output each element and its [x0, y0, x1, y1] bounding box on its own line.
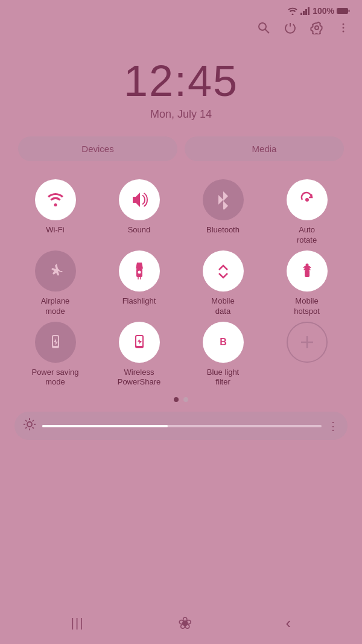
pagination-dots [0, 394, 362, 409]
svg-point-28 [27, 422, 32, 427]
wifi-label: Wi-Fi [46, 225, 64, 235]
wifi-status-icon [287, 7, 298, 15]
svg-point-14 [305, 198, 309, 202]
brightness-row[interactable]: ⋮ [14, 412, 348, 440]
svg-rect-17 [305, 270, 310, 277]
svg-line-9 [265, 30, 270, 34]
qs-bluetooth[interactable]: Bluetooth [182, 179, 264, 246]
svg-rect-7 [349, 10, 350, 12]
flashlight-label: Flashlight [122, 296, 156, 307]
more-icon[interactable] [337, 21, 350, 38]
wirelesspowershare-icon-circle [119, 322, 160, 363]
brightness-fill [42, 425, 168, 427]
nav-home[interactable]: ❀ [178, 613, 192, 633]
qs-flashlight[interactable]: Flashlight [98, 250, 180, 317]
qs-airplane[interactable]: Airplanemode [14, 250, 96, 317]
svg-point-10 [315, 26, 319, 30]
qs-autorotate[interactable]: Autorotate [266, 179, 348, 246]
wifi-icon-circle [35, 179, 76, 220]
svg-rect-0 [300, 13, 302, 15]
mobilehotspot-label: Mobilehotspot [294, 296, 320, 317]
tab-devices[interactable]: Devices [18, 136, 177, 161]
status-bar: 100% [0, 0, 362, 19]
clock-area: 12:45 Mon, July 14 [0, 44, 362, 130]
flashlight-icon-circle [119, 250, 160, 292]
action-bar [0, 19, 362, 44]
airplane-label: Airplanemode [41, 296, 70, 317]
clock-date: Mon, July 14 [0, 108, 362, 121]
svg-text:B: B [220, 337, 227, 347]
autorotate-icon-circle [287, 179, 328, 220]
mobiledata-icon-circle [203, 250, 244, 292]
nav-back[interactable]: ‹ [286, 614, 291, 633]
svg-point-8 [259, 23, 266, 30]
wirelesspowershare-label: WirelessPowerShare [118, 368, 161, 388]
tabs-row: Devices Media [0, 130, 362, 173]
quick-settings-grid: Wi-Fi Sound Bluetooth A [0, 173, 362, 394]
bottom-nav: ||| ❀ ‹ [0, 602, 362, 644]
svg-rect-18 [305, 266, 310, 270]
qs-add[interactable] [266, 322, 348, 388]
svg-point-19 [305, 263, 308, 266]
qs-wifi[interactable]: Wi-Fi [14, 179, 96, 246]
svg-rect-1 [303, 11, 305, 15]
clock-time: 12:45 [0, 56, 362, 106]
dot-1 [174, 397, 179, 402]
brightness-icon [23, 418, 36, 434]
mobiledata-label: Mobiledata [211, 296, 234, 317]
svg-rect-6 [337, 8, 348, 13]
mobilehotspot-icon-circle [287, 250, 328, 292]
bluetooth-icon-circle [203, 179, 244, 220]
svg-point-13 [343, 31, 345, 33]
svg-line-33 [25, 421, 27, 422]
qs-powersaving[interactable]: Power savingmode [14, 322, 96, 388]
powersaving-icon-circle [35, 322, 76, 363]
nav-recent[interactable]: ||| [71, 616, 84, 630]
qs-bluelightfilter[interactable]: B Blue lightfilter [182, 322, 264, 388]
add-icon-circle [287, 322, 328, 363]
power-icon[interactable] [284, 21, 297, 38]
qs-mobilehotspot[interactable]: Mobilehotspot [266, 250, 348, 317]
qs-wirelesspowershare[interactable]: WirelessPowerShare [98, 322, 180, 388]
tab-media[interactable]: Media [185, 136, 344, 161]
svg-line-36 [25, 427, 27, 429]
svg-rect-2 [305, 9, 307, 15]
bluelightfilter-icon-circle: B [203, 322, 244, 363]
svg-point-16 [138, 270, 141, 273]
brightness-more-icon[interactable]: ⋮ [328, 419, 339, 433]
sound-icon-circle [119, 179, 160, 220]
signal-icon [300, 7, 310, 15]
search-icon[interactable] [257, 21, 270, 38]
qs-mobiledata[interactable]: Mobiledata [182, 250, 264, 317]
battery-text: 100% [313, 6, 334, 16]
svg-line-35 [33, 421, 34, 422]
svg-rect-3 [308, 7, 310, 15]
powersaving-label: Power savingmode [31, 368, 78, 388]
battery-icon [337, 7, 350, 14]
qs-sound[interactable]: Sound [98, 179, 180, 246]
status-icons: 100% [287, 6, 350, 16]
sound-label: Sound [128, 225, 151, 235]
bluelightfilter-label: Blue lightfilter [207, 368, 239, 388]
settings-icon[interactable] [310, 21, 323, 38]
bluetooth-label: Bluetooth [206, 225, 240, 235]
svg-line-34 [33, 427, 34, 429]
brightness-track[interactable] [42, 425, 322, 427]
autorotate-label: Autorotate [297, 225, 317, 246]
svg-point-11 [343, 24, 345, 25]
dot-2 [183, 397, 188, 402]
svg-point-12 [343, 27, 345, 29]
airplane-icon-circle [35, 250, 76, 292]
